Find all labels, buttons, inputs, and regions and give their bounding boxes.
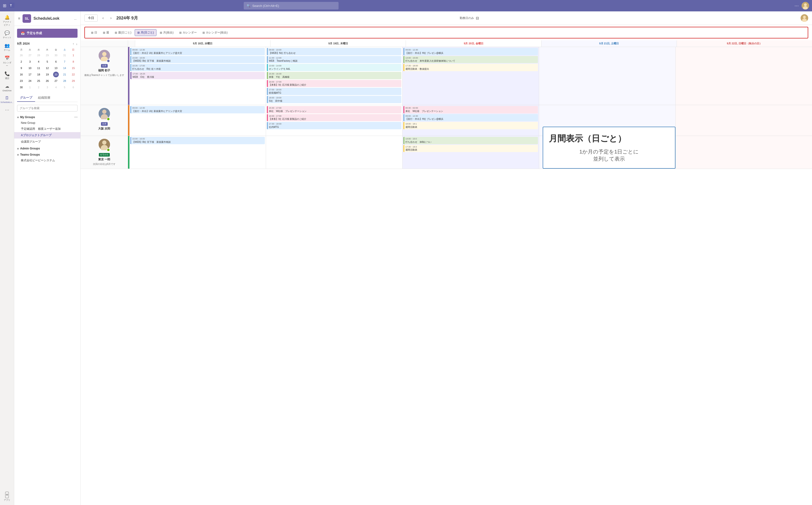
filter-icon[interactable]: ⊟ [476, 16, 479, 20]
mini-cal-day[interactable]: 6 [70, 85, 76, 90]
next-month-button[interactable]: › [108, 15, 113, 21]
event-card[interactable]: 14:00 - 15:0 打ち合わせ 体制につい [403, 137, 538, 144]
event-card[interactable]: 18:00 - 19:00 S社 田中様 [267, 96, 401, 103]
mini-cal-day[interactable]: 13 [53, 65, 59, 71]
event-card[interactable]: 17:30 - 18:00 社内MTG [267, 122, 401, 129]
user-avatar[interactable] [802, 2, 809, 9]
sidebar-item-teams[interactable]: 👥 チーム [1, 41, 13, 53]
mini-cal-day[interactable]: 3 [27, 59, 33, 64]
mini-cal-day[interactable]: 24 [27, 78, 33, 84]
view-tab-month-combined[interactable]: ⊞ 月(統合) [158, 29, 176, 36]
event-card[interactable]: 09:00 - 10:00 【WEB】N社 打ち合わせ [267, 48, 401, 55]
app-header-more[interactable]: ... [74, 17, 76, 20]
event-card[interactable]: 11:00 - 12:00 WEB TeamFactoryご相談 [267, 56, 401, 63]
event-card[interactable]: 14:00 - 15:00 打ち合わせ 来年度新入社員研修体制について [403, 56, 538, 63]
view-tab-week-day[interactable]: ⊞ 週(日ごと) [112, 29, 134, 36]
mini-cal-day[interactable]: 2 [36, 85, 41, 90]
event-card[interactable]: 00:30 - 02:00 来社 W社様 プレゼンテーション [403, 106, 538, 113]
mini-cal-day[interactable]: 6 [53, 59, 59, 64]
sidebar-item-more[interactable]: ⋯ [1, 106, 13, 114]
event-card[interactable]: 17:00 - 18:00 部長職MTG [267, 88, 401, 95]
event-card[interactable]: 09:00 - 12:30 【直行・外出】U社 新規案件ヒアリング@大宮 [130, 48, 265, 55]
view-tab-day[interactable]: ⊞ 日 [89, 29, 99, 36]
mini-cal-day[interactable]: 28 [62, 78, 67, 84]
grid-icon[interactable]: ⊞ [3, 3, 6, 8]
mini-cal-day[interactable]: 17 [27, 71, 33, 77]
event-card[interactable]: 15:00 - 16:00 【WEB】B社 宮下様 新規案件相談 [130, 56, 265, 63]
view-tab-calendar[interactable]: ⊞ カレンダー [177, 29, 199, 36]
group-item-bpsystems[interactable]: 株式会社ビーピーシステム [14, 157, 80, 164]
mini-cal-day[interactable]: 15 [70, 65, 76, 71]
hamburger-menu[interactable]: ≡ [18, 16, 20, 21]
mini-cal-day[interactable]: 12 [44, 65, 50, 71]
mini-cal-today[interactable]: 20 [53, 71, 59, 77]
mini-cal-day[interactable]: 1 [70, 52, 76, 58]
mini-cal-day[interactable]: 8 [70, 59, 76, 64]
mini-cal-day[interactable]: 28 [36, 52, 41, 58]
event-card[interactable]: 15:30 - 16:30 来客 Y社 高橋様 [267, 72, 401, 79]
event-card[interactable]: 17:00 - 18:25 WEB O社 香川様 [130, 72, 265, 79]
mini-cal-day[interactable]: 27 [27, 52, 33, 58]
view-tab-calendar-combined[interactable]: ⊞ カレンダー(統合) [200, 29, 230, 36]
event-card[interactable]: 15:30 - 17:00 来社 W社様 プレゼンテーション [267, 106, 401, 113]
mini-cal-day[interactable]: 18 [36, 71, 41, 77]
mini-cal-day[interactable]: 9 [18, 65, 24, 71]
mini-cal-day[interactable]: 4 [36, 59, 41, 64]
sidebar-item-activity[interactable]: 🔔 アクティビティ [1, 13, 13, 28]
sidebar-item-calls[interactable]: 📞 通話 [1, 70, 13, 81]
view-tab-week[interactable]: ⊞ 週 [100, 29, 111, 36]
event-card[interactable]: 16:35 - 17:00 打ち合わせ R社 佐々木様 [130, 64, 265, 71]
mini-cal-day[interactable]: 30 [18, 85, 24, 90]
event-card[interactable]: 17:30 - 19:3 週間活動表 [403, 145, 538, 152]
sidebar-item-apps[interactable]: + アプリ [1, 490, 13, 503]
mini-cal-day[interactable]: 7 [62, 59, 67, 64]
sidebar-item-calendar[interactable]: 📅 カレンダー [1, 54, 13, 69]
mini-cal-day[interactable]: 29 [44, 52, 50, 58]
mini-cal-day[interactable]: 1 [27, 85, 33, 90]
teams-groups-header[interactable]: ∨ Teams Groups [14, 152, 80, 157]
mini-cal-day[interactable]: 26 [44, 78, 50, 84]
group-item-confirm[interactable]: 予定確認用 都度ユーザー追加 [14, 126, 80, 132]
prev-month-button[interactable]: ‹ [100, 15, 105, 21]
group-item-project-a[interactable]: Aプロジェクトグループ [14, 132, 80, 139]
mini-cal-day[interactable]: 10 [27, 65, 33, 71]
event-card[interactable]: 15:00 - 16:00 【WEB】B社 宮下様 新規案件相談 [130, 137, 265, 144]
event-card[interactable]: 09:00 - 12:30 【直行・外出】U社 新規案件ヒアリング@大宮 [130, 106, 265, 113]
mini-cal-day[interactable]: 27 [53, 78, 59, 84]
event-card[interactable]: 17:30 - 18:00 週間活動表・数値提出 [403, 64, 538, 71]
group-item-meeting-room[interactable]: 会議室グループ [14, 139, 80, 145]
admin-groups-header[interactable]: ∧ Admin Groups [14, 146, 80, 151]
tab-groups[interactable]: グループ [17, 94, 35, 102]
mini-cal-day[interactable]: 11 [36, 65, 41, 71]
group-item-new[interactable]: New Group [14, 120, 80, 126]
event-card[interactable]: 16:00 - 17:00 【来客】I社 石川様 新製品のご紹介 [267, 114, 401, 122]
mini-cal-day[interactable]: 21 [62, 71, 67, 77]
main-user-avatar[interactable] [801, 14, 808, 22]
tab-hierarchy[interactable]: 組織階層 [35, 94, 53, 102]
event-card[interactable]: 18:00 - 18:1 週間活動表 [403, 122, 538, 129]
mini-cal-day[interactable]: 3 [44, 85, 50, 90]
sidebar-item-schedulelook[interactable]: 🗓 ScheduleLo... [1, 94, 13, 105]
mini-cal-day[interactable]: 26 [18, 52, 24, 58]
mini-cal-day[interactable]: 29 [70, 78, 76, 84]
mini-cal-day[interactable]: 23 [18, 78, 24, 84]
event-card[interactable]: 09:00 - 12:30 【直行・外出】H社 プレゼン@横浜 [403, 114, 538, 122]
event-card[interactable]: 16:00 - 17:00 【来客】I社 石川様 新製品のご紹介 [267, 80, 401, 87]
event-card[interactable]: 09:00 - 12:30 【直行・外出】H社 プレゼン@横浜 [403, 48, 538, 55]
mini-cal-day[interactable]: 16 [18, 71, 24, 77]
mini-cal-day[interactable]: 22 [70, 71, 76, 77]
mini-cal-next[interactable]: ↓ [76, 42, 78, 45]
create-schedule-button[interactable]: 📅 予定を作成 [17, 29, 77, 38]
group-search-input[interactable] [17, 105, 77, 112]
search-bar[interactable]: 🔍 Search (Ctrl+Alt+E) [244, 2, 338, 9]
mini-cal-day[interactable]: 19 [44, 71, 50, 77]
mini-cal-day[interactable]: 25 [36, 78, 41, 84]
mini-cal-day[interactable]: 30 [53, 52, 59, 58]
mini-cal-day[interactable]: 31 [62, 52, 67, 58]
more-options-icon[interactable]: ⋯ [794, 3, 799, 8]
event-card[interactable]: 13:00 - 14:00 オンラインデモ AdL [267, 64, 401, 71]
mini-cal-day[interactable]: 4 [53, 85, 59, 90]
mini-cal-day[interactable]: 14 [62, 65, 67, 71]
mini-cal-prev[interactable]: ↑ [72, 42, 74, 45]
view-tab-month-day[interactable]: ⊞ 月(日ごと) [134, 29, 157, 36]
